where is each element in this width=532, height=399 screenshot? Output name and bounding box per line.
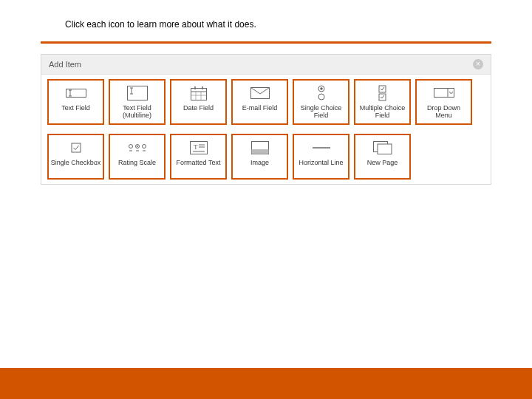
tile-label: Text Field	[61, 104, 90, 112]
svg-point-24	[129, 145, 132, 149]
svg-rect-21	[434, 89, 454, 98]
svg-rect-37	[251, 149, 268, 154]
svg-point-17	[320, 87, 323, 90]
image-button[interactable]: Image	[231, 134, 288, 180]
close-icon[interactable]: ×	[473, 59, 483, 69]
tile-label: New Page	[367, 159, 398, 166]
horizontal-line-icon	[312, 140, 331, 156]
svg-rect-23	[72, 143, 81, 152]
svg-text:T: T	[194, 143, 198, 151]
horizontal-line-button[interactable]: Horizontal Line	[293, 134, 349, 180]
tile-label: E-mail Field	[242, 104, 278, 112]
svg-rect-40	[378, 144, 392, 154]
svg-rect-31	[190, 142, 207, 154]
divider-line	[41, 41, 491, 44]
email-field-button[interactable]: E-mail Field	[231, 79, 288, 125]
tile-label: Date Field	[183, 104, 214, 112]
image-icon	[251, 140, 269, 156]
radio-icon	[317, 85, 326, 101]
tile-label: Formatted Text	[177, 159, 221, 166]
tile-label: Single Checkbox	[51, 159, 101, 166]
text-field-multiline-button[interactable]: Text Field (Multiline)	[109, 79, 166, 125]
drop-down-button[interactable]: Drop Down Menu	[415, 79, 472, 125]
svg-rect-20	[379, 94, 386, 100]
rating-scale-button[interactable]: Rating Scale	[109, 134, 166, 180]
rating-scale-icon	[128, 140, 147, 156]
add-item-panel: Add Item × Text Field Text Field (Multil…	[41, 54, 491, 185]
text-field-multiline-icon	[127, 85, 148, 101]
tile-label: Text Field (Multiline)	[112, 104, 163, 120]
tile-label: Single Choice Field	[296, 104, 347, 120]
tile-label: Drop Down Menu	[418, 104, 469, 120]
svg-point-26	[137, 146, 138, 147]
new-page-icon	[373, 140, 392, 156]
svg-point-27	[142, 145, 146, 149]
multiple-choice-button[interactable]: Multiple Choice Field	[354, 79, 411, 125]
envelope-icon	[250, 85, 270, 101]
tile-label: Image	[250, 159, 269, 166]
tile-row-1: Text Field Text Field (Multiline) Date F…	[41, 75, 491, 129]
formatted-text-button[interactable]: T Formatted Text	[170, 134, 227, 180]
footer-bar	[0, 368, 532, 399]
tile-label: Horizontal Line	[299, 159, 343, 166]
text-field-icon	[66, 85, 86, 101]
single-choice-button[interactable]: Single Choice Field	[293, 79, 349, 125]
new-page-button[interactable]: New Page	[354, 134, 411, 180]
checkbox-icon	[71, 140, 81, 156]
checkboxes-icon	[378, 85, 387, 101]
tile-label: Multiple Choice Field	[357, 104, 408, 120]
svg-point-18	[318, 94, 324, 100]
text-field-button[interactable]: Text Field	[47, 79, 104, 125]
dropdown-icon	[434, 85, 454, 101]
svg-rect-8	[191, 89, 206, 100]
date-field-button[interactable]: Date Field	[170, 79, 227, 125]
formatted-text-icon: T	[190, 140, 208, 156]
instruction-text: Click each icon to learn more about what…	[0, 0, 532, 30]
panel-title: Add Item	[49, 60, 81, 69]
calendar-icon	[191, 85, 207, 101]
single-checkbox-button[interactable]: Single Checkbox	[47, 134, 104, 180]
tile-label: Rating Scale	[118, 159, 156, 166]
panel-header: Add Item ×	[41, 55, 491, 75]
tile-row-2: Single Checkbox Rating Scale T Formatted…	[41, 129, 491, 184]
